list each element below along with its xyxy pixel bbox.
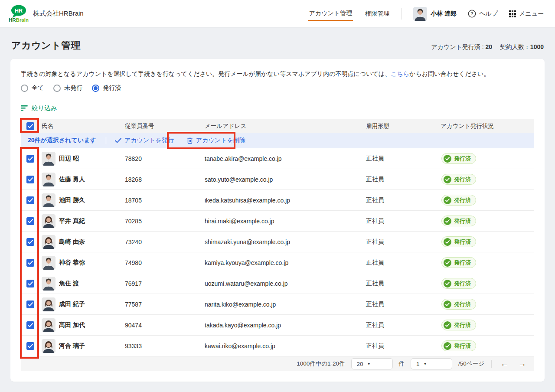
employee-number: 90474 [125, 322, 205, 329]
user-name: 小林 達郎 [431, 10, 457, 18]
help-icon: ? [468, 10, 476, 18]
prev-page-arrow[interactable]: ← [499, 359, 510, 369]
employment-type: 正社員 [366, 301, 441, 308]
status-badge-label: 発行済 [454, 301, 471, 308]
svg-text:?: ? [470, 11, 473, 16]
row-checkbox[interactable] [26, 217, 34, 225]
status-badge-label: 発行済 [454, 217, 471, 225]
page-value: 1 [416, 361, 420, 367]
employee-name: 池田 勝久 [59, 196, 85, 204]
filter-button[interactable]: 絞り込み [21, 104, 57, 112]
employment-type: 正社員 [366, 259, 441, 267]
per-page-value: 20 [357, 361, 363, 367]
trash-icon [187, 137, 193, 144]
radio-icon [92, 85, 99, 92]
badge-check-icon [444, 217, 451, 225]
employee-name: 平井 真紀 [59, 217, 85, 225]
employee-number: 18268 [125, 176, 205, 183]
radio-issued[interactable]: 発行済 [92, 84, 121, 92]
status-badge-label: 発行済 [454, 196, 471, 204]
account-card: 手続きの対象となるアカウントを選択して手続きを行なってください。発行メールが届か… [10, 59, 545, 382]
radio-unissued-label: 未発行 [64, 84, 82, 92]
employee-name: 神谷 恭弥 [59, 259, 85, 267]
column-header-email: メールアドレス [205, 122, 366, 130]
instruction-before: 手続きの対象となるアカウントを選択して手続きを行なってください。発行メールが届か… [21, 70, 391, 77]
avatar [42, 297, 56, 311]
badge-check-icon [444, 238, 451, 246]
badge-check-icon [444, 259, 451, 267]
radio-unissued[interactable]: 未発行 [53, 84, 82, 92]
help-button[interactable]: ? ヘルプ [468, 10, 498, 18]
row-checkbox[interactable] [26, 176, 34, 183]
delete-accounts-button[interactable]: アカウントを削除 [187, 137, 245, 144]
row-checkbox[interactable] [26, 301, 34, 308]
employment-type: 正社員 [366, 238, 441, 246]
status-badge: 発行済 [441, 299, 476, 310]
column-header-name: 氏名 [40, 122, 125, 130]
status-badge: 発行済 [441, 216, 476, 226]
selection-bar: 20件が選択されています アカウントを発行 アカウントを削除 [21, 133, 534, 148]
row-checkbox[interactable] [26, 196, 34, 204]
filter-icon [21, 105, 28, 111]
employee-number: 76917 [125, 280, 205, 287]
employee-email: kamiya.kyouya@example.co.jp [205, 259, 366, 266]
avatar [42, 173, 56, 186]
nav-account-management[interactable]: アカウント管理 [308, 7, 353, 21]
employee-name: 河合 璃子 [59, 342, 85, 350]
employee-name: 魚住 渡 [59, 280, 79, 287]
employment-type: 正社員 [366, 280, 441, 287]
menu-button[interactable]: メニュー [509, 10, 544, 18]
employee-number: 74980 [125, 259, 205, 266]
employee-email: tanabe.akira@example.co.jp [205, 155, 366, 162]
status-badge-label: 発行済 [454, 155, 471, 163]
caret-down-icon: ▼ [424, 362, 427, 366]
select-all-checkbox[interactable] [26, 122, 34, 130]
avatar [42, 256, 56, 270]
page-select[interactable]: 1 ▼ [411, 358, 452, 369]
user-menu[interactable]: 小林 達郎 [413, 7, 457, 21]
employee-name: 成田 紀子 [59, 301, 85, 308]
employee-number: 77587 [125, 301, 205, 308]
per-page-select[interactable]: 20 ▼ [351, 358, 393, 369]
grid-menu-icon [509, 10, 516, 17]
badge-check-icon [444, 321, 451, 329]
avatar [42, 277, 56, 291]
next-page-arrow[interactable]: → [516, 359, 528, 369]
table-row: 池田 勝久 18705 ikeda.katsuhisa@example.co.j… [21, 190, 534, 211]
help-label: ヘルプ [479, 10, 498, 18]
app-header: HR HRBrain 株式会社HRBrain アカウント管理 権限管理 小林 達… [0, 0, 555, 28]
table-row: 平井 真紀 70285 hirai.maki@example.co.jp 正社員… [21, 211, 534, 232]
contact-link[interactable]: こちら [391, 70, 409, 77]
row-checkbox[interactable] [26, 321, 34, 329]
check-icon [115, 138, 121, 143]
employee-name: 島崎 由奈 [59, 238, 85, 246]
radio-all-label: 全て [32, 84, 44, 92]
status-badge-label: 発行済 [454, 280, 471, 287]
row-checkbox[interactable] [26, 238, 34, 246]
user-avatar [413, 7, 427, 21]
issued-value: 20 [485, 43, 492, 50]
nav-permission-management[interactable]: 権限管理 [364, 7, 390, 20]
row-checkbox[interactable] [26, 280, 34, 287]
radio-issued-label: 発行済 [103, 84, 121, 92]
selection-count: 20件が選択されています [28, 137, 96, 144]
row-checkbox[interactable] [26, 155, 34, 163]
employee-number: 93333 [125, 343, 205, 350]
caret-down-icon: ▼ [367, 362, 371, 366]
avatar [42, 214, 56, 228]
status-badge: 発行済 [441, 340, 476, 351]
avatar [42, 152, 56, 166]
issue-accounts-button[interactable]: アカウントを発行 [115, 137, 174, 144]
status-badge-label: 発行済 [454, 238, 471, 246]
employment-type: 正社員 [366, 342, 441, 350]
employee-email: hirai.maki@example.co.jp [205, 218, 366, 225]
row-checkbox[interactable] [26, 342, 34, 350]
badge-check-icon [444, 176, 451, 183]
per-page-unit: 件 [399, 360, 405, 368]
selection-divider [106, 137, 106, 144]
badge-check-icon [444, 342, 451, 350]
row-checkbox[interactable] [26, 259, 34, 267]
company-name: 株式会社HRBrain [33, 10, 84, 18]
radio-all[interactable]: 全て [21, 84, 44, 92]
employment-type: 正社員 [366, 155, 441, 163]
